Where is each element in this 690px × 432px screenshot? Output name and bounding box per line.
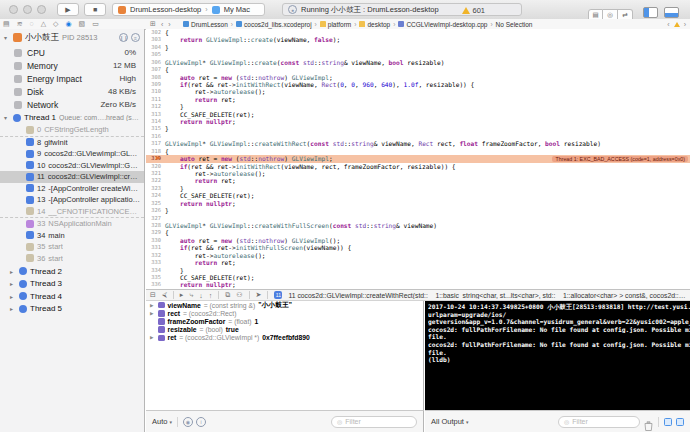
- code-line[interactable]: 303 return GLViewImpl::create(viewName, …: [146, 36, 690, 43]
- code-line[interactable]: 302{: [146, 29, 690, 36]
- disclosure-icon[interactable]: ▶: [150, 311, 155, 316]
- disclosure-icon[interactable]: ▾: [4, 34, 10, 41]
- gauge-row-network[interactable]: NetworkZero KB/s: [0, 98, 144, 111]
- back-icon[interactable]: ‹: [161, 21, 163, 28]
- clear-console-icon[interactable]: [644, 417, 653, 427]
- code-line[interactable]: 327: [146, 215, 690, 222]
- stack-frame-row[interactable]: 0CFStringGetLength: [0, 124, 144, 137]
- code-line[interactable]: 326}: [146, 207, 690, 214]
- code-line[interactable]: 315}: [146, 125, 690, 132]
- stack-frame-row[interactable]: 12-[AppController createWindo…: [0, 183, 144, 195]
- issue-navigator-icon[interactable]: △: [41, 19, 46, 29]
- code-line[interactable]: 334 }: [146, 267, 690, 274]
- stack-frame-row[interactable]: 14__CFNOTIFICATIONCENTER_I…: [0, 206, 144, 219]
- code-line[interactable]: 318{: [146, 148, 690, 155]
- code-line[interactable]: 311 return ret;: [146, 96, 690, 103]
- gauge-row-disk[interactable]: Disk48 KB/s: [0, 85, 144, 98]
- breakpoints-toggle-icon[interactable]: ⮘: [162, 291, 167, 299]
- debug-frame-label[interactable]: 11 cocos2d::GLViewImpl::createWithRect(s…: [288, 292, 686, 299]
- info-filter-icon[interactable]: i: [196, 417, 206, 427]
- disclosure-icon[interactable]: ▾: [4, 114, 10, 121]
- code-line[interactable]: 332 ret->autorelease();: [146, 252, 690, 259]
- memory-graph-icon[interactable]: ⚇: [236, 291, 242, 299]
- stack-frame-row[interactable]: 13-[AppController applicationD…: [0, 194, 144, 206]
- code-line[interactable]: 336 return nullptr;: [146, 281, 690, 288]
- disclosure-icon[interactable]: ▸: [10, 293, 16, 300]
- code-line[interactable]: 312 }: [146, 103, 690, 110]
- flag-filter-icon[interactable]: ◉: [183, 417, 193, 427]
- debug-navigator-icon[interactable]: ◉: [65, 19, 71, 29]
- variables-view[interactable]: ▶viewName= (const string &)"小小鼓王"▶rect= …: [146, 301, 424, 410]
- thread-row[interactable]: ▸Thread 4: [0, 290, 144, 303]
- thread-row[interactable]: ▸Thread 5: [0, 303, 144, 316]
- forward-icon[interactable]: ›: [168, 21, 170, 28]
- code-line[interactable]: 314 return nullptr;: [146, 118, 690, 125]
- warning-count-badge[interactable]: 601: [462, 6, 485, 15]
- code-line[interactable]: 322 return ret;: [146, 177, 690, 184]
- gauge-row-memory[interactable]: Memory12 MB: [0, 59, 144, 72]
- show-variables-view-button[interactable]: [664, 418, 672, 426]
- report-navigator-icon[interactable]: ▭: [92, 19, 99, 29]
- code-line[interactable]: 308 auto ret = new (std::nothrow) GLView…: [146, 74, 690, 81]
- thread-row[interactable]: ▸Thread 2: [0, 265, 144, 278]
- window-minimize-button[interactable]: [23, 5, 32, 14]
- process-row[interactable]: ▾ 小小鼓王 PID 28513 ❙❙ ≡: [4, 32, 140, 43]
- more-options-icon[interactable]: ≡: [131, 33, 140, 42]
- pause-icon[interactable]: ❙❙: [119, 33, 128, 42]
- stack-frame-row[interactable]: 36start: [0, 253, 144, 265]
- stop-button[interactable]: ■: [84, 3, 106, 16]
- view-hierarchy-icon[interactable]: ⧉: [225, 291, 230, 299]
- stack-frame-row[interactable]: 9cocos2d::GLViewImpl::GLViewI…: [0, 148, 144, 160]
- stack-frame-row[interactable]: 34main: [0, 230, 144, 242]
- disclosure-icon[interactable]: ▶: [150, 303, 155, 308]
- window-zoom-button[interactable]: [37, 5, 46, 14]
- disclosure-icon[interactable]: ▶: [150, 335, 155, 340]
- code-line[interactable]: 328GLViewImpl* GLViewImpl::createWithFul…: [146, 222, 690, 229]
- source-control-navigator-icon[interactable]: ≋: [17, 19, 23, 29]
- console-output[interactable]: 2017-10-24 10:14:37.349825+0800 小小鼓王[285…: [425, 301, 690, 410]
- code-line[interactable]: 324 CC_SAFE_DELETE(ret);: [146, 192, 690, 199]
- breakpoint-navigator-icon[interactable]: ▧: [79, 19, 86, 29]
- related-items-icon[interactable]: ⊞: [150, 20, 156, 28]
- previous-issue-icon[interactable]: ‹: [667, 21, 669, 28]
- code-line[interactable]: 320 if(ret && ret->initWithRect(viewName…: [146, 163, 690, 170]
- step-out-icon[interactable]: ↑: [209, 292, 213, 299]
- stack-frame-row[interactable]: 33NSApplicationMain: [0, 218, 144, 230]
- project-navigator-icon[interactable]: ▤: [3, 19, 10, 29]
- code-line[interactable]: 304}: [146, 44, 690, 51]
- stack-frame-row[interactable]: 35start: [0, 241, 144, 253]
- code-line[interactable]: 329{: [146, 229, 690, 236]
- toggle-debug-area-button[interactable]: [664, 7, 679, 18]
- code-line[interactable]: 333 return ret;: [146, 259, 690, 266]
- variables-filter-field[interactable]: ◎ Filter: [331, 416, 417, 428]
- disclosure-icon[interactable]: ▸: [10, 268, 16, 275]
- next-issue-icon[interactable]: ›: [684, 21, 686, 28]
- disclosure-icon[interactable]: ▸: [10, 305, 16, 312]
- toggle-navigator-button[interactable]: [643, 7, 658, 18]
- code-line[interactable]: 305: [146, 51, 690, 58]
- code-line[interactable]: 323 }: [146, 185, 690, 192]
- run-button[interactable]: ▶: [57, 3, 79, 16]
- gauge-row-cpu[interactable]: CPU0%: [0, 46, 144, 59]
- breadcrumb-item[interactable]: CCGLViewImpl-desktop.cpp: [398, 21, 487, 28]
- breadcrumb-item[interactable]: cocos2d_libs.xcodeproj: [236, 21, 312, 28]
- code-line[interactable]: 306GLViewImpl* GLViewImpl::create(const …: [146, 59, 690, 66]
- code-line[interactable]: 316: [146, 133, 690, 140]
- disclosure-icon[interactable]: ▸: [10, 280, 16, 287]
- code-line[interactable]: 325 return nullptr;: [146, 200, 690, 207]
- variable-row[interactable]: ▶rect= (cocos2d::Rect): [146, 309, 423, 317]
- scheme-selector[interactable]: DrumLesson-desktop › My Mac: [112, 3, 265, 16]
- code-line[interactable]: 335 CC_SAFE_DELETE(ret);: [146, 274, 690, 281]
- variables-scope-popup[interactable]: Auto ▾: [152, 417, 172, 426]
- console-scope-popup[interactable]: All Output ▾: [431, 417, 468, 426]
- code-line[interactable]: 317GLViewImpl* GLViewImpl::createWithRec…: [146, 140, 690, 147]
- code-line[interactable]: 319 auto ret = new (std::nothrow) GLView…: [146, 155, 690, 162]
- window-close-button[interactable]: [9, 5, 18, 14]
- thread-row[interactable]: ▸Thread 3: [0, 278, 144, 291]
- code-line[interactable]: 310 ret->autorelease();: [146, 88, 690, 95]
- step-over-icon[interactable]: ⤷: [189, 291, 193, 299]
- code-line[interactable]: 331 if(ret && ret->initWithFullScreen(vi…: [146, 244, 690, 251]
- stack-frame-row[interactable]: 10cocos2d::GLViewImpl::GLVie…: [0, 160, 144, 172]
- thread-1-row[interactable]: ▾ Thread 1 Queue: com….hread (serial): [4, 112, 142, 123]
- console-filter-field[interactable]: ◎ Filter: [558, 416, 640, 428]
